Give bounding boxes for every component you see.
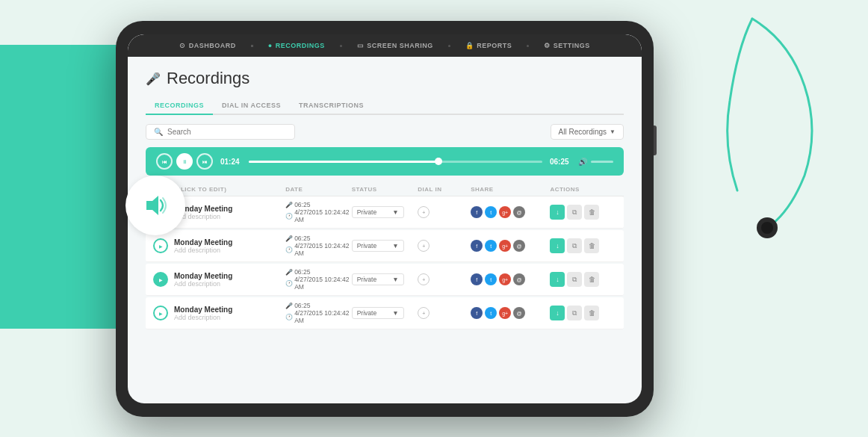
nav-sep-4 (527, 45, 529, 47)
copy-button-0[interactable]: ⧉ (567, 205, 582, 220)
copy-button-3[interactable]: ⧉ (567, 306, 582, 320)
row-status-col-1: Private ▼ (352, 240, 418, 252)
email-share-1[interactable]: @ (513, 240, 525, 252)
twitter-share-3[interactable]: t (485, 307, 497, 319)
nav-item-settings[interactable]: ⚙ SETTINGS (541, 42, 593, 49)
facebook-share-1[interactable]: f (471, 240, 483, 252)
status-dropdown-1[interactable]: Private ▼ (352, 240, 404, 252)
copy-button-1[interactable]: ⧉ (567, 238, 582, 253)
row-title-1[interactable]: Monday Meeting (174, 238, 232, 247)
status-chevron-0: ▼ (392, 208, 398, 216)
download-button-0[interactable]: ↓ (550, 205, 565, 220)
nav-item-reports[interactable]: 🔒 REPORTS (462, 42, 515, 49)
google-share-0[interactable]: g+ (499, 206, 511, 218)
row-date-3: 🎤 06:25 🕐 4/27/2015 10:24:42 AM (285, 302, 352, 324)
tab-transcriptions[interactable]: TRANSCRIPTIONS (290, 97, 373, 115)
tablet-frame: ⊙ DASHBOARD ● RECORDINGS ▭ SCREEN SHARIN… (116, 21, 654, 417)
row-title-text-2: Monday Meeting Add description (174, 272, 232, 288)
dial-in-icon-1[interactable]: + (418, 240, 430, 252)
share-icons-0: f t g+ @ (471, 206, 550, 218)
skip-forward-button[interactable]: ⏭ (196, 153, 213, 170)
earphone-decoration (678, 11, 827, 250)
filter-dropdown[interactable]: All Recordings ▼ (551, 124, 624, 140)
download-button-1[interactable]: ↓ (550, 238, 565, 253)
page-title: Recordings (167, 69, 249, 88)
progress-fill (249, 161, 439, 163)
dial-in-icon-2[interactable]: + (418, 273, 430, 285)
nav-item-screen-sharing[interactable]: ▭ SCREEN SHARING (354, 42, 436, 49)
row-desc-1[interactable]: Add description (174, 247, 232, 254)
email-share-0[interactable]: @ (513, 206, 525, 218)
mic-small-icon-1: 🎤 (285, 235, 293, 242)
row-desc-3[interactable]: Add description (174, 314, 232, 321)
share-icons-3: f t g+ @ (471, 307, 550, 319)
delete-button-3[interactable]: 🗑 (584, 306, 599, 320)
side-button (654, 125, 657, 155)
pause-button[interactable]: ⏸ (176, 153, 193, 170)
email-share-3[interactable]: @ (513, 307, 525, 319)
volume-bar[interactable] (591, 161, 613, 163)
clock-icon-2: 🕐 (285, 280, 293, 287)
tab-recordings[interactable]: RECORDINGS (146, 97, 213, 115)
row-play-button-2[interactable]: ▶ (153, 272, 168, 287)
email-share-2[interactable]: @ (513, 273, 525, 285)
col-header-status: STATUS (352, 186, 418, 193)
facebook-share-0[interactable]: f (471, 206, 483, 218)
copy-button-2[interactable]: ⧉ (567, 272, 582, 287)
twitter-share-2[interactable]: t (485, 273, 497, 285)
nav-item-dashboard[interactable]: ⊙ DASHBOARD (176, 42, 239, 49)
action-icons-3: ↓ ⧉ 🗑 (550, 306, 616, 320)
microphone-icon: 🎤 (146, 72, 161, 86)
dial-in-icon-3[interactable]: + (418, 307, 430, 319)
table-row: ▶ Monday Meeting Add description 🎤 06:25… (146, 297, 624, 329)
google-share-1[interactable]: g+ (499, 240, 511, 252)
twitter-share-1[interactable]: t (485, 240, 497, 252)
status-chevron-1: ▼ (392, 242, 398, 250)
search-row: 🔍 All Recordings ▼ (146, 124, 624, 140)
row-play-button-3[interactable]: ▶ (153, 306, 168, 320)
mic-small-icon-3: 🎤 (285, 303, 293, 309)
search-input[interactable] (167, 128, 287, 136)
filter-label: All Recordings (559, 128, 607, 136)
row-title-3[interactable]: Monday Meeting (174, 306, 232, 314)
nav-sep-3 (448, 45, 450, 47)
facebook-share-2[interactable]: f (471, 273, 483, 285)
dial-in-icon-0[interactable]: + (418, 206, 430, 218)
delete-button-2[interactable]: 🗑 (584, 272, 599, 287)
status-dropdown-2[interactable]: Private ▼ (352, 273, 404, 285)
chevron-down-icon: ▼ (610, 128, 616, 135)
delete-button-1[interactable]: 🗑 (584, 238, 599, 253)
status-dropdown-3[interactable]: Private ▼ (352, 307, 404, 319)
twitter-share-0[interactable]: t (485, 206, 497, 218)
status-dropdown-0[interactable]: Private ▼ (352, 206, 404, 218)
volume-icon: 🔊 (578, 158, 587, 166)
nav-sep-1 (251, 45, 253, 47)
col-header-date: DATE (285, 186, 352, 193)
row-title-col-1: ▶ Monday Meeting Add description (153, 238, 285, 254)
volume-control: 🔊 (578, 158, 613, 166)
action-icons-0: ↓ ⧉ 🗑 (550, 205, 616, 220)
svg-point-2 (761, 222, 773, 234)
nav-item-recordings[interactable]: ● RECORDINGS (265, 42, 328, 49)
tabs-row: RECORDINGS DIAL IN ACCESS TRANSCRIPTIONS (146, 97, 624, 115)
download-button-3[interactable]: ↓ (550, 306, 565, 320)
nav-label-reports: REPORTS (477, 42, 512, 49)
table-row: ▶ Monday Meeting Add description 🎤 06:25… (146, 264, 624, 296)
action-icons-2: ↓ ⧉ 🗑 (550, 272, 616, 287)
nav-sep-2 (340, 45, 342, 47)
facebook-share-3[interactable]: f (471, 307, 483, 319)
row-desc-2[interactable]: Add description (174, 280, 232, 288)
delete-button-0[interactable]: 🗑 (584, 205, 599, 220)
google-share-3[interactable]: g+ (499, 307, 511, 319)
search-box[interactable]: 🔍 (146, 124, 295, 140)
google-share-2[interactable]: g+ (499, 273, 511, 285)
skip-back-button[interactable]: ⏮ (156, 153, 173, 170)
player-controls: ⏮ ⏸ ⏭ (156, 153, 213, 170)
row-play-button-1[interactable]: ▶ (153, 238, 168, 253)
download-button-2[interactable]: ↓ (550, 272, 565, 287)
row-title-2[interactable]: Monday Meeting (174, 272, 232, 280)
nav-label-recordings: RECORDINGS (276, 42, 325, 49)
tab-dial-in[interactable]: DIAL IN ACCESS (213, 97, 290, 115)
progress-bar[interactable] (249, 161, 542, 163)
search-icon: 🔍 (154, 128, 163, 136)
